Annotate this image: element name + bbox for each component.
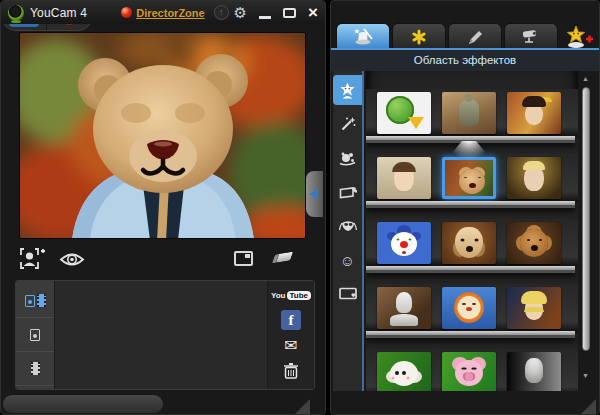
close-button[interactable]: × [308,5,318,20]
photo-icon [30,329,40,341]
surveillance-camera-icon [521,29,541,44]
tab-surveillance[interactable] [504,23,558,49]
clear-effects-eraser-icon[interactable] [272,252,293,264]
download-effects-button[interactable] [566,25,594,49]
delete-trash-button[interactable] [284,363,298,379]
filter-photos-button[interactable] [16,318,54,352]
effect-puppy[interactable] [442,222,496,264]
media-filter-column [16,281,54,389]
effect-poodle[interactable] [507,222,561,264]
shelf-ledge [366,201,575,208]
shelf-row [366,219,578,284]
upload-button[interactable]: ↑ [214,5,229,20]
carnival-mask-icon [339,218,357,234]
effect-statue-head[interactable] [507,352,561,391]
media-list-empty[interactable] [54,281,268,389]
minimize-button[interactable] [259,16,271,19]
shelf-row [366,154,578,219]
tab-draw[interactable] [448,23,502,49]
category-avatar-effects[interactable] [333,75,362,105]
star-face-plus-icon [566,25,594,49]
shelf-ledge [366,136,575,143]
magic-hat-icon [353,27,373,46]
yellow-asterisk-icon [411,29,427,45]
star-face-icon [339,82,356,99]
shelf-row [366,349,578,391]
settings-gear-icon[interactable]: ⚙ [234,5,247,20]
media-library: You Tube f ✉ [15,280,315,390]
effect-terracotta-warrior[interactable] [442,92,496,134]
effect-sheep-plush[interactable] [377,352,431,391]
shelf-row [366,89,578,154]
effect-teddy-bear[interactable] [442,157,496,199]
film-icon [31,362,40,375]
tab-gadgets[interactable] [392,23,446,49]
scroll-up-arrow[interactable]: ▲ [579,75,592,82]
webcam-preview [19,32,306,239]
effect-man-face[interactable] [377,157,431,199]
shelf-row [366,284,578,349]
effect-lion-doll[interactable] [442,287,496,329]
maximize-button[interactable] [283,8,296,18]
effects-window: Область эффектов [330,0,600,415]
resize-grip[interactable] [581,399,596,414]
effect-pig-plush[interactable] [442,352,496,391]
effect-download-more[interactable] [377,92,431,134]
filter-videos-button[interactable] [16,352,54,386]
effects-header: Область эффектов [331,50,599,71]
frame-heart-icon [339,287,357,301]
effect-blond-man[interactable] [507,157,561,199]
effect-marble-bust[interactable] [377,287,431,329]
effect-geisha[interactable] [507,92,561,134]
titlebar: YouCam 4 DirectorZone ↑ ⚙ × [1,1,325,24]
effects-shelf [366,71,578,391]
shelf-ledge [366,331,575,338]
scroll-down-arrow[interactable]: ▼ [579,372,592,379]
pencil-icon [467,29,484,45]
teddy-bear-avatar-scene [20,33,306,239]
category-scene-effects[interactable] [333,279,362,309]
frame-butterfly-icon [339,185,357,200]
directorzone-link[interactable]: DirectorZone [136,7,204,19]
media-scrollbar[interactable] [3,395,163,413]
splash-icon [339,151,356,166]
main-window: YouCam 4 DirectorZone ↑ ⚙ × [0,0,326,415]
email-share-button[interactable]: ✉ [284,339,297,353]
share-column: You Tube f ✉ [268,281,314,389]
app-title: YouCam 4 [30,6,87,20]
effects-tab-bar [336,22,594,49]
category-magic-wand-effects[interactable] [333,109,362,139]
category-particle-effects[interactable] [333,143,362,173]
effect-clown[interactable] [377,222,431,264]
youcam-logo-icon [8,5,24,21]
face-login-icon[interactable] [20,248,45,269]
effect-blonde-woman[interactable] [507,287,561,329]
shelf-ledge [366,266,575,273]
category-strip: ☺ [333,71,364,391]
face-tracking-eye-icon[interactable] [58,252,86,267]
category-frame-effects[interactable] [333,177,362,207]
film-icon [37,294,46,307]
magic-wand-icon [340,116,356,132]
filter-all-media-button[interactable] [16,284,54,318]
photo-icon [25,295,35,307]
youtube-share-button[interactable]: You Tube [271,291,311,300]
tab-effects-room[interactable] [336,23,390,49]
facebook-share-button[interactable]: f [281,310,301,330]
smiley-icon: ☺ [340,253,355,268]
category-mask-effects[interactable] [333,211,362,241]
directorzone-status-icon [121,7,132,18]
dual-view-icon[interactable] [234,251,253,266]
youtube-you-text: You [271,291,286,300]
resize-grip[interactable] [295,399,310,414]
collapse-panel-handle[interactable] [306,171,323,217]
category-emoticon-effects[interactable]: ☺ [333,245,362,275]
scrollbar-thumb[interactable] [582,87,590,351]
effects-scrollbar: ▲ ▼ [579,75,592,387]
youtube-tube-text: Tube [287,291,312,300]
